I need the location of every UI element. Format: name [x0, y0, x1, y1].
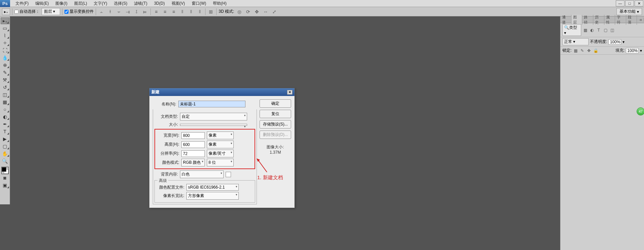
lock-position-icon[interactable]: ✎	[580, 48, 585, 53]
shape-tool[interactable]: ▢	[1, 143, 9, 150]
resolution-input[interactable]	[181, 150, 205, 157]
pen-tool[interactable]: ✒	[1, 121, 9, 128]
align-vcenter-icon[interactable]: ⫲	[107, 8, 113, 15]
3d-slide-icon[interactable]: ↔	[262, 8, 269, 15]
filter-adjust-icon[interactable]: ◐	[589, 28, 595, 33]
auto-select-target-select[interactable]: 图层 ▾	[42, 8, 60, 15]
aspect-select[interactable]: 方形像素	[186, 192, 239, 200]
colormode-select[interactable]: RGB 颜色	[181, 159, 205, 166]
menu-type[interactable]: 文字(Y)	[90, 1, 110, 6]
show-transform-checkbox[interactable]: 显示变换控件	[64, 9, 94, 14]
menu-file[interactable]: 文件(F)	[12, 1, 32, 6]
workspace-switcher[interactable]: 基本功能▾	[616, 8, 642, 15]
panel-menu-icon[interactable]: ·≡	[637, 18, 644, 22]
foreground-color[interactable]	[2, 167, 6, 172]
menu-edit[interactable]: 编辑(E)	[32, 1, 52, 6]
lock-move-icon[interactable]: ✥	[586, 48, 592, 53]
3d-scale-icon[interactable]: ⤢	[271, 8, 278, 15]
color-swatch[interactable]	[1, 167, 9, 174]
distribute-hcenter-icon[interactable]: ⫴	[188, 8, 194, 15]
move-tool-preset-icon[interactable]: ▸₊	[2, 8, 10, 15]
eraser-tool[interactable]: ◫	[1, 91, 9, 98]
menu-filter[interactable]: 滤镜(T)	[131, 1, 150, 6]
filter-type-icon[interactable]: T	[596, 28, 601, 33]
healing-brush-tool[interactable]: ⊕	[1, 62, 9, 68]
height-input[interactable]	[181, 141, 205, 148]
auto-select-checkbox[interactable]: 自动选择：	[14, 9, 40, 14]
tab-paragraph[interactable]: 段落	[626, 15, 637, 25]
tab-channels[interactable]: 通道	[560, 15, 571, 25]
align-hcenter-icon[interactable]: ⫱	[133, 8, 140, 15]
colordepth-select[interactable]: 8 位	[207, 159, 234, 166]
cancel-button[interactable]: 复位	[260, 110, 291, 118]
dialog-close-button[interactable]: ✕	[287, 90, 292, 95]
bg-select[interactable]: 白色	[180, 170, 224, 178]
tab-properties[interactable]: 属性	[604, 15, 615, 25]
distribute-top-icon[interactable]: ≡	[153, 8, 159, 15]
badge-icon[interactable]: 47	[637, 107, 644, 115]
preset-select[interactable]: 自定	[180, 113, 247, 120]
menu-3d[interactable]: 3D(D)	[151, 1, 168, 6]
blur-tool[interactable]: ○	[1, 106, 9, 113]
dodge-tool[interactable]: ◐	[1, 113, 9, 120]
resolution-unit-select[interactable]: 像素/英寸	[207, 150, 234, 157]
menu-view[interactable]: 视图(V)	[168, 1, 188, 6]
distribute-vcenter-icon[interactable]: ≡	[162, 8, 168, 15]
menu-image[interactable]: 图像(I)	[52, 1, 71, 6]
filter-shape-icon[interactable]: ▢	[603, 28, 608, 33]
filter-kind-select[interactable]: 🔍类型 ▾	[562, 24, 581, 36]
align-bottom-icon[interactable]: ⫟	[116, 8, 122, 15]
width-input[interactable]	[181, 132, 205, 139]
magic-wand-tool[interactable]: ✧	[1, 40, 9, 46]
ok-button[interactable]: 确定	[260, 99, 291, 108]
marquee-tool[interactable]: ▭	[1, 25, 9, 32]
width-unit-select[interactable]: 像素	[207, 132, 234, 139]
crop-tool[interactable]: ⛶	[1, 47, 9, 54]
filter-smart-icon[interactable]: ◫	[609, 28, 615, 33]
close-button[interactable]: ✕	[635, 0, 643, 6]
align-right-icon[interactable]: ⫢	[142, 8, 148, 15]
dialog-titlebar[interactable]: 新建 ✕	[149, 88, 294, 96]
history-brush-tool[interactable]: ↺	[1, 84, 9, 91]
clone-stamp-tool[interactable]: ⚒	[1, 77, 9, 83]
tab-paths[interactable]: 路径	[582, 15, 593, 25]
lasso-tool[interactable]: ⌇	[1, 32, 9, 39]
align-top-icon[interactable]: ⫠	[98, 8, 105, 15]
maximize-button[interactable]: □	[625, 0, 634, 6]
save-preset-button[interactable]: 存储预设(S)...	[260, 120, 291, 129]
move-tool[interactable]: ▸₊	[1, 17, 9, 24]
tab-history[interactable]: 历史	[593, 15, 604, 25]
eyedropper-tool[interactable]: 💧	[1, 54, 9, 61]
auto-align-icon[interactable]: ⊞	[208, 8, 214, 15]
zoom-tool[interactable]: 🔍	[1, 158, 9, 164]
name-input[interactable]	[178, 101, 245, 107]
3d-roll-icon[interactable]: ⟳	[245, 8, 251, 15]
type-tool[interactable]: T	[1, 128, 9, 135]
tab-layers[interactable]: 图层	[571, 15, 583, 25]
blend-mode-select[interactable]: 正常 ▾	[562, 38, 589, 45]
menu-select[interactable]: 选择(S)	[110, 1, 131, 6]
hand-tool[interactable]: ✋	[1, 150, 9, 157]
gradient-tool[interactable]: ▦	[1, 99, 9, 105]
minimize-button[interactable]: —	[616, 0, 625, 6]
distribute-left-icon[interactable]: ⫴	[179, 8, 186, 15]
align-left-icon[interactable]: ⫣	[124, 8, 131, 15]
menu-layer[interactable]: 图层(L)	[71, 1, 91, 6]
distribute-right-icon[interactable]: ⫴	[196, 8, 203, 15]
3d-orbit-icon[interactable]: ◎	[236, 8, 243, 15]
3d-pan-icon[interactable]: ✥	[254, 8, 260, 15]
path-selection-tool[interactable]: ▶	[1, 136, 9, 142]
fill-input[interactable]: 100%	[626, 48, 639, 53]
filter-pixel-icon[interactable]: ▦	[583, 28, 588, 33]
opacity-input[interactable]: 100%	[608, 39, 621, 45]
tab-character[interactable]: 字符	[615, 15, 626, 25]
height-unit-select[interactable]: 像素	[207, 141, 234, 148]
size-select[interactable]	[180, 124, 247, 126]
brush-tool[interactable]: ✎	[1, 69, 9, 76]
lock-all-icon[interactable]: 🔒	[593, 48, 598, 53]
bg-color-swatch[interactable]	[226, 172, 231, 177]
profile-select[interactable]: sRGB IEC61966-2.1	[186, 184, 239, 191]
quickmask-tool[interactable]: ◙	[1, 174, 9, 181]
screen-mode-tool[interactable]: ▣	[1, 182, 9, 189]
menu-help[interactable]: 帮助(H)	[210, 1, 230, 6]
